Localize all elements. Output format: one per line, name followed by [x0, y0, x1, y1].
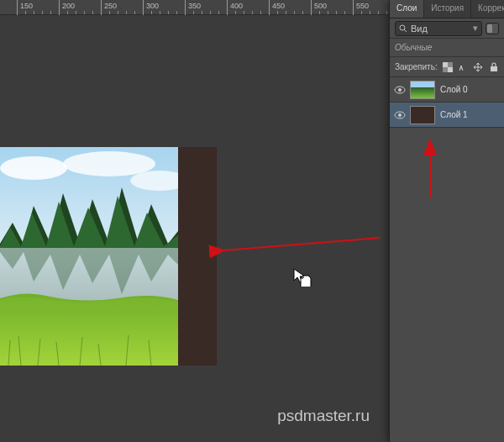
- visibility-toggle[interactable]: [390, 86, 410, 94]
- ruler-horizontal: 150200250300350400450500550: [0, 0, 389, 15]
- panel-tabs: Слои История Коррекция: [390, 0, 504, 18]
- ruler-tick: 550: [353, 0, 354, 15]
- lock-transparency-icon[interactable]: [443, 61, 453, 73]
- lock-row: Закрепить:: [390, 57, 504, 77]
- lock-all-icon[interactable]: [489, 61, 499, 73]
- ruler-tick: 500: [311, 0, 312, 15]
- svg-rect-15: [443, 62, 448, 67]
- ruler-tick: 400: [227, 0, 228, 15]
- layer-thumbnail[interactable]: [410, 81, 435, 99]
- ruler-tick: 200: [59, 0, 60, 15]
- visibility-toggle[interactable]: [390, 111, 410, 119]
- lock-position-icon[interactable]: [473, 61, 483, 73]
- layer-filter-dropdown[interactable]: Вид ▾: [395, 21, 482, 36]
- canvas-document[interactable]: [0, 147, 217, 366]
- svg-point-23: [398, 113, 402, 117]
- tab-corrections[interactable]: Коррекция: [471, 0, 504, 18]
- ruler-tick: 150: [17, 0, 18, 15]
- layer-thumbnail[interactable]: [410, 106, 435, 124]
- svg-rect-16: [448, 67, 453, 72]
- layer-name[interactable]: Слой 0: [440, 85, 468, 94]
- ruler-tick: 300: [143, 0, 144, 15]
- ruler-tick: 350: [185, 0, 186, 15]
- layer-name[interactable]: Слой 1: [440, 110, 468, 119]
- filter-toggle[interactable]: [486, 23, 499, 34]
- svg-line-14: [404, 29, 407, 32]
- svg-point-21: [398, 88, 402, 92]
- ruler-tick: 250: [101, 0, 102, 15]
- search-icon: [399, 24, 407, 33]
- lock-pixels-icon[interactable]: [458, 61, 468, 73]
- layer-item-1[interactable]: Слой 1: [390, 103, 504, 128]
- watermark: psdmaster.ru: [277, 407, 370, 425]
- layers-panel: Слои История Коррекция Вид ▾ Обычные Зак…: [389, 0, 504, 442]
- svg-point-1: [0, 156, 67, 180]
- canvas-area[interactable]: 150200250300350400450500550: [0, 0, 389, 442]
- blend-mode-dropdown[interactable]: Обычные: [390, 39, 504, 57]
- tab-layers[interactable]: Слои: [390, 0, 424, 18]
- svg-rect-19: [491, 66, 497, 71]
- svg-rect-18: [443, 67, 448, 72]
- document-image: [0, 147, 178, 366]
- lock-row-label: Закрепить:: [395, 62, 438, 71]
- ruler-tick: 450: [269, 0, 270, 15]
- svg-rect-17: [448, 62, 453, 67]
- chevron-down-icon: ▾: [473, 23, 478, 34]
- layers-filter-row: Вид ▾: [390, 18, 504, 39]
- tab-history[interactable]: История: [424, 0, 471, 18]
- layer-list: Слой 0 Слой 1: [390, 77, 504, 128]
- layer-filter-label: Вид: [411, 24, 428, 34]
- layer-item-0[interactable]: Слой 0: [390, 77, 504, 103]
- svg-point-2: [63, 151, 155, 176]
- blend-mode-label: Обычные: [395, 43, 432, 52]
